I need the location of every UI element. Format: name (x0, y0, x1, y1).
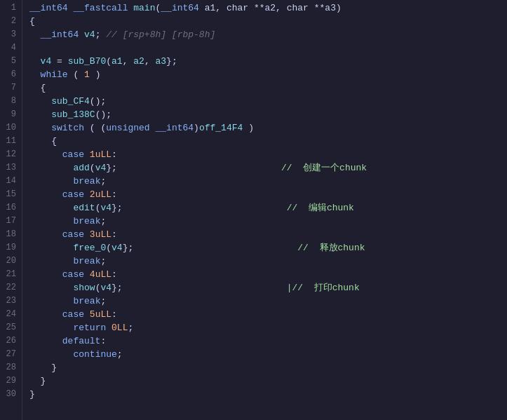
line-number: 29 (0, 374, 16, 388)
line-number: 14 (0, 175, 16, 188)
token-plain: ) (90, 68, 101, 81)
line-number: 7 (0, 81, 16, 95)
token-plain: ; (128, 321, 133, 334)
line-number: 1 (0, 1, 16, 15)
token-var: v4 (41, 55, 52, 68)
line-number: 16 (0, 201, 16, 215)
token-cmt: // [rsp+8h] [rbp-8h] (106, 28, 215, 41)
token-fn: show (73, 281, 95, 294)
token-plain (29, 95, 51, 108)
token-plain: } (29, 374, 46, 388)
token-cmt-green: // 释放chunk (133, 241, 365, 255)
token-fn: sub_CF4 (51, 95, 90, 108)
code-line: add(v4}; // 创建一个chunk (29, 161, 507, 175)
token-plain (29, 308, 62, 321)
code-line: __int64 v4; // [rsp+8h] [rbp-8h] (29, 28, 507, 41)
token-plain (29, 28, 41, 41)
code-line: case 2uLL: (29, 188, 507, 201)
code-line: } (29, 361, 507, 374)
token-case-kw: case (62, 148, 84, 161)
token-plain: }; (166, 55, 177, 68)
token-fn: add (73, 161, 89, 175)
token-plain: ( (68, 68, 84, 81)
token-var: a2 (133, 55, 144, 68)
token-plain: (); (90, 95, 106, 108)
token-kw: __int64 (29, 1, 68, 15)
line-number: 12 (0, 148, 16, 161)
token-plain (79, 28, 84, 41)
token-plain (29, 281, 73, 294)
token-plain: ( (106, 55, 111, 68)
code-line: continue; (29, 348, 507, 361)
token-kw: continue (73, 348, 116, 361)
token-plain: ; (100, 215, 106, 228)
code-line: switch ( (unsigned __int64)off_14F4 ) (29, 121, 507, 135)
token-plain: { (29, 135, 57, 148)
token-plain (29, 161, 73, 175)
line-number: 23 (0, 294, 16, 308)
token-plain (29, 68, 41, 81)
token-var: v4 (95, 161, 107, 175)
token-case-kw: default (62, 334, 101, 348)
line-number: 19 (0, 241, 16, 255)
code-line (29, 41, 507, 55)
token-plain: }; (111, 201, 123, 215)
token-case-kw: case (62, 308, 84, 321)
line-number: 26 (0, 334, 16, 348)
token-plain (106, 321, 111, 334)
line-number: 5 (0, 55, 16, 68)
token-var: v4 (100, 201, 111, 215)
token-num: 5uLL (90, 308, 111, 321)
token-num: 3uLL (90, 228, 111, 241)
token-num: 2uLL (90, 188, 111, 201)
token-plain (29, 228, 62, 241)
code-line: sub_138C(); (29, 108, 507, 121)
token-plain: } (29, 361, 57, 374)
code-content[interactable]: __int64 __fastcall main(__int64 a1, char… (22, 0, 507, 420)
code-line: sub_CF4(); (29, 95, 507, 108)
token-case-kw: case (62, 188, 84, 201)
token-fn: sub_B70 (68, 55, 107, 68)
token-plain (29, 55, 41, 68)
code-line: case 5uLL: (29, 308, 507, 321)
token-plain (84, 148, 90, 161)
token-var: v4 (111, 241, 123, 255)
token-var: a1 (111, 55, 123, 68)
code-line: { (29, 15, 507, 28)
token-plain: { (29, 81, 46, 95)
code-line: } (29, 388, 507, 401)
line-number: 4 (0, 41, 16, 55)
token-plain: = (51, 55, 67, 68)
token-plain: ( (95, 281, 101, 294)
line-number: 18 (0, 228, 16, 241)
token-kw: __fastcall (73, 1, 128, 15)
line-number: 3 (0, 28, 16, 41)
token-kw: __int64 (161, 1, 199, 15)
line-numbers: 1234567891011121314151617181920212223242… (0, 0, 22, 420)
line-number: 21 (0, 268, 16, 281)
token-plain (29, 241, 73, 255)
token-plain: : (111, 188, 117, 201)
token-plain (29, 268, 62, 281)
code-line: break; (29, 294, 507, 308)
token-plain (84, 268, 90, 281)
token-plain: , (144, 55, 156, 68)
token-kw: while (41, 68, 68, 81)
token-num: 1uLL (90, 148, 111, 161)
token-plain: { (29, 15, 35, 28)
token-plain: : (100, 334, 106, 348)
line-number: 9 (0, 108, 16, 121)
token-plain (29, 294, 73, 308)
token-plain (29, 334, 62, 348)
code-line: free_0(v4}; // 释放chunk (29, 241, 507, 255)
token-plain (29, 215, 73, 228)
token-cmt-green: // 编辑chunk (123, 201, 354, 215)
line-number: 17 (0, 215, 16, 228)
code-line: { (29, 81, 507, 95)
token-plain (84, 308, 90, 321)
token-plain (29, 201, 73, 215)
token-plain (128, 1, 133, 15)
line-number: 8 (0, 95, 16, 108)
token-case-kw: case (62, 268, 84, 281)
line-number: 2 (0, 15, 16, 28)
